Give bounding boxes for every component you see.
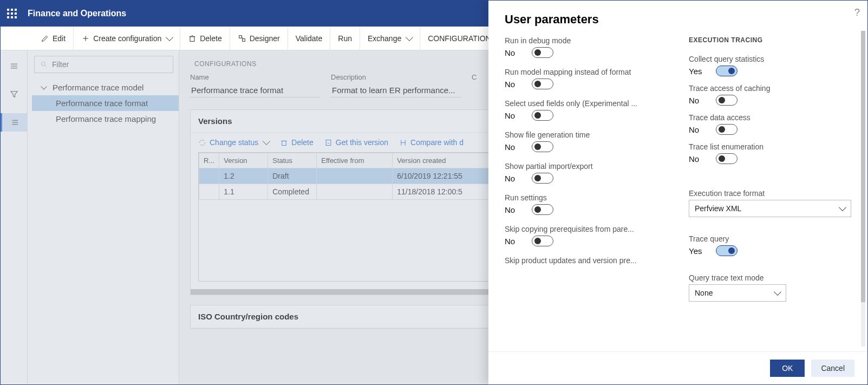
filter-icon[interactable] [1,85,28,103]
dialog-scrollbar[interactable] [861,31,865,347]
param-field: Run in debug modeNo [505,36,667,58]
toggle[interactable] [716,153,738,164]
param-field: Run model mapping instead of formatNo [505,68,667,89]
trash-icon [280,139,288,147]
col-version[interactable]: Version [219,153,268,168]
download-icon [324,139,332,147]
field-label: Description [331,73,461,81]
toggle[interactable] [716,66,738,76]
tree-filter[interactable]: Filter [34,56,173,73]
toggle[interactable] [532,236,553,246]
exec-trace-format-field: Execution trace format Perfview XML [689,189,851,217]
param-field: Show partial import/exportNo [505,162,667,184]
toggle[interactable] [716,95,738,106]
get-version-button[interactable]: Get this version [324,138,388,147]
chevron-down-icon [41,83,47,89]
name-value[interactable]: Performance trace format [190,83,320,97]
chevron-down-icon [263,138,270,145]
toggle[interactable] [532,204,553,215]
dialog-title: User parameters [488,1,867,31]
list-icon[interactable] [1,113,28,132]
chevron-down-icon [406,33,413,41]
cancel-button[interactable]: Cancel [811,360,854,377]
delete-button[interactable]: Delete [180,27,230,50]
run-button[interactable]: Run [330,27,360,50]
configurations-tab[interactable]: CONFIGURATION [420,27,498,50]
col-effective[interactable]: Effective from [317,153,393,168]
chevron-down-icon [166,33,173,41]
section-title: EXECUTION TRACING [689,36,851,44]
help-icon[interactable]: ? [854,7,860,18]
tree-root[interactable]: Performance trace model [32,80,179,95]
col-r[interactable]: R... [199,153,219,168]
version-delete-button[interactable]: Delete [280,138,313,147]
svg-rect-4 [190,36,194,41]
svg-rect-20 [326,140,331,145]
compare-button[interactable]: Compare with d [399,138,464,147]
trace-query-toggle[interactable] [716,245,738,256]
change-status-button[interactable]: Change status [198,138,269,147]
param-field: Trace data accessNo [689,113,851,135]
field-label: Name [190,73,320,81]
app-title: Finance and Operations [28,9,126,18]
search-icon [40,61,48,68]
toggle[interactable] [532,141,553,152]
description-value[interactable]: Format to learn ER performance... [331,83,461,97]
trace-query-field: Trace query Yes [689,234,851,256]
tree-pane: Filter Performance trace model Performan… [28,50,179,384]
svg-line-17 [45,66,47,67]
query-trace-text-mode-field: Query trace text mode None [689,273,851,302]
dialog-left-column: Run in debug modeNoRun model mapping ins… [505,36,667,341]
toggle[interactable] [532,79,553,89]
svg-line-9 [242,37,243,38]
param-field: Trace access of cachingNo [689,84,851,106]
col-status[interactable]: Status [268,153,317,168]
param-field: Select used fields only (Experimental ..… [505,99,667,121]
chevron-down-icon [839,204,846,211]
ok-button[interactable]: OK [770,360,805,377]
user-parameters-dialog: ? User parameters Run in debug modeNoRun… [488,1,867,384]
exec-trace-format-select[interactable]: Perfview XML [689,200,851,217]
plus-icon [81,34,90,43]
param-field: Collect query statisticsYes [689,55,851,76]
config-tree: Performance trace model Performance trac… [32,80,179,127]
dialog-footer: OK Cancel [488,351,867,384]
validate-button[interactable]: Validate [288,27,331,50]
menu-toggle-icon[interactable] [1,57,28,75]
toggle[interactable] [532,173,553,184]
svg-rect-7 [239,35,242,38]
pencil-icon [41,34,49,43]
tree-item-mapping[interactable]: Performance trace mapping [32,111,179,127]
left-rail [1,50,28,384]
param-field: Trace list enumerationNo [689,142,851,164]
trash-icon [188,34,197,43]
create-configuration-button[interactable]: Create configuration [74,27,180,50]
param-field: Show file generation timeNo [505,130,667,152]
param-field: Run settingsNo [505,193,667,215]
toggle[interactable] [532,47,553,58]
tree-item-format[interactable]: Performance trace format [32,95,179,111]
exchange-button[interactable]: Exchange [360,27,420,50]
svg-rect-8 [242,38,245,41]
toggle[interactable] [716,124,738,135]
chevron-down-icon [774,288,781,296]
app-launcher-icon[interactable] [7,9,17,18]
query-trace-text-mode-select[interactable]: None [689,284,786,302]
refresh-icon [198,139,206,147]
designer-button[interactable]: Designer [230,27,288,50]
svg-rect-18 [282,141,286,145]
dialog-right-column: EXECUTION TRACING Collect query statisti… [689,36,851,341]
edit-button[interactable]: Edit [33,27,74,50]
compare-icon [399,139,407,147]
param-field: Skip copying prerequisites from pare...N… [505,225,667,246]
param-field: Skip product updates and version pre... [505,256,667,267]
svg-point-16 [41,62,45,66]
designer-icon [238,34,246,43]
toggle[interactable] [532,110,553,121]
